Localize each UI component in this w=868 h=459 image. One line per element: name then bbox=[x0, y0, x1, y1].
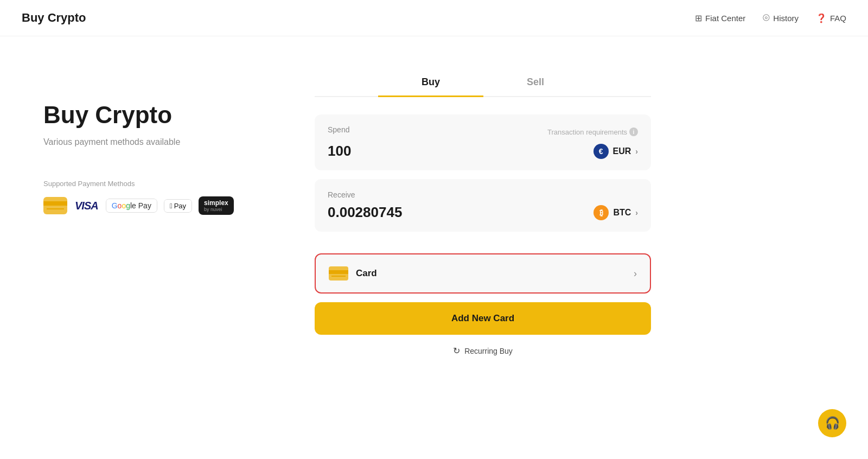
add-new-card-button[interactable]: Add New Card bbox=[315, 302, 651, 335]
payment-icon-visa: VISA bbox=[74, 197, 99, 214]
receive-currency-chevron: › bbox=[635, 208, 638, 217]
btc-icon: ₿ bbox=[593, 205, 609, 220]
history-icon: ⦾ bbox=[763, 13, 770, 23]
left-heading: Buy Crypto bbox=[43, 101, 271, 129]
card-select-chevron: › bbox=[634, 268, 637, 279]
payment-icons-row: VISA Google Pay  Pay simplexby nuvei bbox=[43, 196, 271, 215]
card-icon-small bbox=[43, 197, 67, 214]
nav-faq-label: FAQ bbox=[830, 14, 846, 23]
card-select-icon bbox=[329, 266, 348, 280]
payment-icon-applepay:  Pay bbox=[164, 199, 192, 213]
faq-icon: ❓ bbox=[816, 13, 827, 23]
card-selection-item[interactable]: Card › bbox=[315, 253, 651, 294]
nav-faq[interactable]: ❓ FAQ bbox=[816, 13, 846, 23]
tabs: Buy Sell bbox=[315, 69, 651, 97]
payment-methods-label: Supported Payment Methods bbox=[43, 180, 271, 188]
fiat-center-icon: ⊞ bbox=[695, 13, 702, 23]
tab-sell[interactable]: Sell bbox=[483, 69, 588, 97]
nav-history[interactable]: ⦾ History bbox=[763, 13, 799, 23]
left-subtitle: Various payment methods available bbox=[43, 137, 271, 147]
page-title: Buy Crypto bbox=[22, 11, 86, 25]
receive-currency-code: BTC bbox=[613, 208, 631, 218]
card-select-left: Card bbox=[329, 266, 377, 280]
spend-value: 100 bbox=[328, 143, 351, 160]
spend-label: Spend bbox=[328, 125, 349, 134]
left-panel: Buy Crypto Various payment methods avail… bbox=[43, 69, 271, 356]
visa-logo: VISA bbox=[74, 197, 99, 214]
eur-icon: € bbox=[593, 144, 609, 159]
payment-icon-simplex: simplexby nuvei bbox=[199, 196, 234, 215]
info-icon[interactable]: i bbox=[629, 127, 638, 136]
main-content: Buy Crypto Various payment methods avail… bbox=[0, 36, 868, 388]
spend-box: Spend Transaction requirements i 100 € E… bbox=[315, 114, 651, 170]
header-nav: ⊞ Fiat Center ⦾ History ❓ FAQ bbox=[695, 13, 846, 23]
support-chat-button[interactable]: 🎧 bbox=[818, 409, 846, 437]
applepay-logo:  Pay bbox=[164, 199, 192, 213]
header: Buy Crypto ⊞ Fiat Center ⦾ History ❓ FAQ bbox=[0, 0, 868, 36]
recurring-buy-link[interactable]: ↻ Recurring Buy bbox=[315, 346, 651, 356]
spend-currency-chevron: › bbox=[635, 147, 638, 156]
spend-currency-selector[interactable]: € EUR › bbox=[593, 144, 638, 159]
receive-label: Receive bbox=[328, 190, 355, 199]
spend-currency-code: EUR bbox=[613, 146, 631, 156]
receive-value: 0.00280745 bbox=[328, 204, 402, 221]
payment-icon-card bbox=[43, 197, 67, 214]
receive-box: Receive 0.00280745 ₿ BTC › bbox=[315, 179, 651, 232]
transaction-requirements: Transaction requirements i bbox=[547, 127, 638, 136]
simplex-logo: simplexby nuvei bbox=[199, 196, 234, 215]
card-select-label: Card bbox=[356, 268, 377, 279]
payment-icon-gpay: Google Pay bbox=[106, 199, 157, 213]
recurring-buy-label: Recurring Buy bbox=[464, 347, 513, 355]
nav-history-label: History bbox=[773, 14, 799, 23]
right-panel: Buy Sell Spend Transaction requirements … bbox=[315, 69, 651, 356]
recurring-icon: ↻ bbox=[453, 346, 460, 356]
gpay-logo: Google Pay bbox=[106, 199, 157, 213]
tab-buy[interactable]: Buy bbox=[378, 69, 483, 97]
apple-icon:  bbox=[170, 202, 173, 210]
receive-currency-selector[interactable]: ₿ BTC › bbox=[593, 205, 638, 220]
headphones-icon: 🎧 bbox=[825, 416, 840, 430]
nav-fiat-center-label: Fiat Center bbox=[705, 14, 745, 23]
nav-fiat-center[interactable]: ⊞ Fiat Center bbox=[695, 13, 745, 23]
